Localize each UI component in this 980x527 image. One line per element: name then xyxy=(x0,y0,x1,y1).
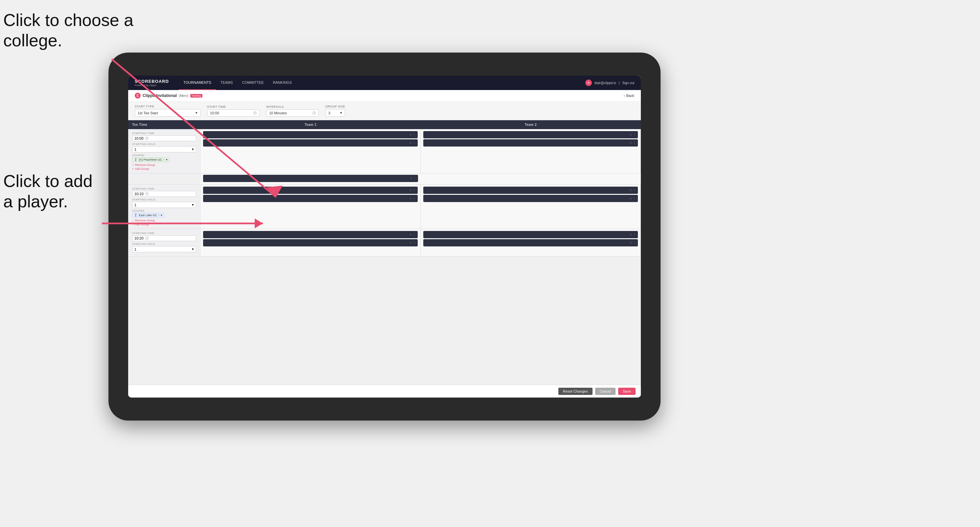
player-slot-3-2[interactable]: × ⋮ xyxy=(203,195,418,202)
col-tee-time: Tee Time xyxy=(128,120,200,129)
course-tag-1[interactable]: 🏌 (A) Peachtree GC × ▾ xyxy=(132,157,170,162)
add-icon-1: + xyxy=(132,167,134,170)
hole-value-3: 1 xyxy=(134,248,136,251)
course-player-slot-1[interactable]: × ⋮ xyxy=(203,175,418,182)
back-button[interactable]: ‹ Back xyxy=(624,94,634,98)
tablet-screen: SCOREBOARD Powered by clippd TOURNAMENTS… xyxy=(128,76,641,398)
separator: | xyxy=(619,81,620,85)
intervals-icon: 🕐 xyxy=(312,111,316,115)
player-slot-6-2[interactable]: × ⋮ xyxy=(423,239,638,246)
start-type-select[interactable]: 1st Tee Start ▾ xyxy=(135,109,200,117)
course-tag-2[interactable]: 🏌 East Lake GC × ▾ xyxy=(132,213,164,217)
starting-hole-select-1[interactable]: 1 ▾ xyxy=(132,146,196,152)
annotation-choose-college: Click to choose a college. xyxy=(3,10,134,51)
add-group-1[interactable]: + Add Group xyxy=(132,167,196,170)
group-row-3: STARTING TIME: 10:20 🕐 STARTING HOLE: 1 … xyxy=(128,229,641,257)
app-header: SCOREBOARD Powered by clippd TOURNAMENTS… xyxy=(128,76,641,90)
table-header: Tee Time Team 1 Team 2 xyxy=(128,120,641,129)
player-slot-4-2[interactable]: × ⋮ xyxy=(423,195,638,202)
logo-title: SCOREBOARD xyxy=(135,79,169,84)
time-icon-2: 🕐 xyxy=(145,192,148,195)
course-slot-right-1 xyxy=(421,173,641,184)
player-x-1-1: × xyxy=(410,133,412,137)
reset-button[interactable]: Reset Changes xyxy=(558,388,593,395)
starting-time-input-1[interactable]: 10:00 🕐 xyxy=(132,135,196,141)
annotation2-line1: Click to add xyxy=(3,171,93,190)
remove-icon-1: ○ xyxy=(132,163,134,167)
course-remove-1[interactable]: × xyxy=(163,158,165,161)
ps51-x: × xyxy=(410,233,412,236)
course-chevron-2[interactable]: ▾ xyxy=(161,214,162,217)
team2-cell-2: × ⋮ × ⋮ xyxy=(421,185,641,229)
group-size-value: 3 xyxy=(328,111,330,115)
nav-tab-tournaments[interactable]: TOURNAMENTS xyxy=(179,76,216,90)
player-chevron-1-2: ⋮ xyxy=(413,141,416,144)
content-area[interactable]: STARTING TIME: 10:00 🕐 STARTING HOLE: 1 … xyxy=(128,129,641,385)
logo-subtitle: Powered by clippd xyxy=(135,84,169,87)
group-left-3: STARTING TIME: 10:20 🕐 STARTING HOLE: 1 … xyxy=(128,229,200,256)
nav-tab-rankings[interactable]: RANKINGS xyxy=(269,76,296,90)
player-slot-3-1[interactable]: × ⋮ xyxy=(203,187,418,194)
team2-cell-3: × ⋮ × ⋮ xyxy=(421,229,641,256)
sub-header: C Clippd Invitational (Men) Hosting ‹ Ba… xyxy=(128,90,641,102)
start-type-chevron: ▾ xyxy=(196,111,197,115)
start-time-field: Start Time 10:00 🕐 xyxy=(207,105,259,117)
ps41-c: ⋮ xyxy=(633,189,636,192)
start-time-input[interactable]: 10:00 🕐 xyxy=(207,110,259,117)
starting-time-label-2: STARTING TIME: xyxy=(132,187,196,190)
group-size-select[interactable]: 3 ▾ xyxy=(325,109,345,117)
course-chevron-1[interactable]: ▾ xyxy=(166,158,168,161)
action-links-2: ○ Remove Group + Add Group xyxy=(132,219,196,226)
ps32-c: ⋮ xyxy=(413,197,416,200)
ps52-c: ⋮ xyxy=(413,241,416,244)
intervals-field: Intervals 10 Minutes 🕐 xyxy=(266,105,319,117)
starting-hole-select-2[interactable]: 1 ▾ xyxy=(132,202,196,208)
starting-hole-select-3[interactable]: 1 ▾ xyxy=(132,246,196,252)
annotation2-line2: a player. xyxy=(3,192,68,211)
time-icon-3: 🕐 xyxy=(145,237,148,240)
app-footer: Reset Changes Cancel Save xyxy=(128,385,641,398)
ps61-x: × xyxy=(630,233,632,236)
player-slot-4-1[interactable]: × ⋮ xyxy=(423,187,638,194)
nav-tab-teams[interactable]: TEAMS xyxy=(216,76,238,90)
user-email: blair@clippd.io xyxy=(595,81,616,85)
player-slot-2-1[interactable]: × ⋮ xyxy=(423,131,638,138)
player-slot-1-2[interactable]: × ⋮ xyxy=(203,139,418,146)
sign-out-link[interactable]: Sign out xyxy=(622,81,634,85)
player-slot-2-2[interactable]: × ⋮ xyxy=(423,139,638,146)
add-group-2[interactable]: + Add Group xyxy=(132,223,196,226)
ps61-c: ⋮ xyxy=(633,233,636,236)
course-remove-2[interactable]: × xyxy=(158,214,160,217)
ps31-x: × xyxy=(410,189,412,192)
save-button[interactable]: Save xyxy=(618,388,636,395)
team1-cell-2: × ⋮ × ⋮ xyxy=(200,185,421,229)
starting-time-input-2[interactable]: 10:10 🕐 xyxy=(132,191,196,197)
player-x-1-2: × xyxy=(410,141,412,144)
player-slot-1-1[interactable]: × ⋮ xyxy=(203,131,418,138)
scoreboard-logo: SCOREBOARD Powered by clippd xyxy=(135,79,169,87)
remove-group-2[interactable]: ○ Remove Group xyxy=(132,219,196,222)
starting-time-input-3[interactable]: 10:20 🕐 xyxy=(132,235,196,241)
hole-chevron-3: ▾ xyxy=(192,247,194,251)
remove-group-1[interactable]: ○ Remove Group xyxy=(132,163,196,167)
player-slot-5-2[interactable]: × ⋮ xyxy=(203,239,418,246)
tournament-name: Clippd Invitational xyxy=(143,93,177,98)
nav-tab-committee[interactable]: COMMITTEE xyxy=(238,76,269,90)
header-right: B blair@clippd.io | Sign out xyxy=(585,79,634,86)
player-slot-6-1[interactable]: × ⋮ xyxy=(423,231,638,238)
course-label-1: COURSE: xyxy=(132,154,196,157)
cancel-button[interactable]: Cancel xyxy=(595,388,616,395)
ps42-c: ⋮ xyxy=(633,197,636,200)
tablet-frame: SCOREBOARD Powered by clippd TOURNAMENTS… xyxy=(108,52,660,421)
remove-icon-2: ○ xyxy=(132,219,134,222)
intervals-select[interactable]: 10 Minutes 🕐 xyxy=(266,110,319,117)
annotation-add-player: Click to add a player. xyxy=(3,171,93,212)
player-slot-5-1[interactable]: × ⋮ xyxy=(203,231,418,238)
hole-chevron-1: ▾ xyxy=(192,147,194,151)
start-time-value: 10:00 xyxy=(210,111,219,115)
back-label: Back xyxy=(626,94,634,98)
ps62-x: × xyxy=(630,241,632,244)
add-icon-2: + xyxy=(132,223,134,226)
intervals-label: Intervals xyxy=(266,105,319,108)
starting-time-label-1: STARTING TIME: xyxy=(132,132,196,135)
